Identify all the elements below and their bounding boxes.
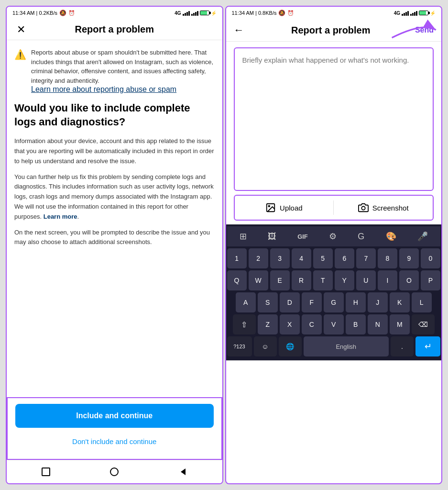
key-4[interactable]: 4 [292,248,311,268]
key-y[interactable]: Y [335,270,354,290]
nav-bar-right [226,360,442,384]
key-i[interactable]: I [378,270,397,290]
keyboard-apps-icon[interactable]: ⊞ [237,230,250,243]
keyboard-settings-icon[interactable]: ⚙ [326,230,339,243]
mute-icon-right: 🔕 [278,10,285,16]
screenshot-label: Screenshot [372,204,409,212]
keyboard-palette-icon[interactable]: 🎨 [383,230,399,243]
buttons-area: Include and continue Don't include and c… [7,397,222,460]
key-0[interactable]: 0 [421,248,440,268]
key-8[interactable]: 8 [378,248,397,268]
number-row: 1 2 3 4 5 6 7 8 9 0 [227,248,441,268]
status-bar-left: 11:34 AM | 0.2KB/s 🔕 ⏰ 4G ⚡ [7,7,222,19]
key-5[interactable]: 5 [313,248,333,268]
signal-icon-left [183,10,190,16]
svg-marker-9 [399,369,405,376]
asdf-row: A S D F G H J K L [227,292,441,312]
body-para-1: Information about your device, account a… [14,136,215,166]
key-f[interactable]: F [302,292,322,312]
key-shift[interactable]: ⇧ [233,314,256,334]
screenshot-button[interactable]: Screenshot [334,196,433,220]
back-button-right[interactable]: ← [234,24,247,36]
warning-link[interactable]: Learn more about reporting abuse or spam [31,85,176,93]
warning-icon: ⚠️ [14,49,26,94]
status-bar-right: 11:34 AM | 0.8KB/s 🔕 ⏰ 4G ⚡ [226,7,442,19]
key-e[interactable]: E [270,270,290,290]
key-q[interactable]: Q [227,270,247,290]
screenshot-icon [358,202,369,213]
key-n[interactable]: N [368,314,388,334]
dont-include-button[interactable]: Don't include and continue [15,432,214,451]
key-2[interactable]: 2 [249,248,268,268]
upload-button[interactable]: Upload [235,196,334,220]
key-g[interactable]: G [324,292,344,312]
warning-box: ⚠️ Reports about abuse or spam shouldn't… [14,48,215,94]
learn-more-link[interactable]: Learn more [44,213,77,220]
signal-icon2-left [191,10,198,16]
nav-back-button-left[interactable] [176,465,190,479]
key-symbols[interactable]: ?123 [227,336,252,356]
key-globe[interactable]: 🌐 [279,336,302,356]
key-r[interactable]: R [292,270,311,290]
nav-square-button-right[interactable] [258,366,272,379]
key-t[interactable]: T [313,270,333,290]
media-toolbar: Upload Screenshot [234,195,434,221]
nav-home-button-right[interactable] [327,366,340,379]
key-l[interactable]: L [412,292,432,312]
svg-point-6 [361,206,365,210]
keyboard-gif-btn[interactable]: GIF [295,232,311,241]
key-space[interactable]: English [304,336,389,356]
bottom-row: ?123 ☺ 🌐 English . ↵ [227,336,441,356]
key-c[interactable]: C [302,314,322,334]
report-textarea[interactable] [239,52,429,186]
key-a[interactable]: A [236,292,256,312]
key-m[interactable]: M [390,314,410,334]
key-period[interactable]: . [391,336,414,356]
key-v[interactable]: V [324,314,344,334]
body-para-3: On the next screen, you will be prompted… [14,228,215,248]
key-x[interactable]: X [280,314,300,334]
nav-home-button-left[interactable] [108,465,121,479]
key-3[interactable]: 3 [270,248,290,268]
svg-point-1 [110,468,118,476]
key-o[interactable]: O [399,270,419,290]
right-phone-frame: 11:34 AM | 0.8KB/s 🔕 ⏰ 4G ⚡ [225,6,443,484]
svg-point-5 [269,205,270,207]
warning-text: Reports about abuse or spam shouldn't be… [31,49,213,84]
key-u[interactable]: U [356,270,376,290]
network-label-left: 4G [175,11,181,16]
key-d[interactable]: D [280,292,300,312]
key-h[interactable]: H [346,292,366,312]
report-textarea-wrapper [234,47,434,191]
battery-icon-left [200,11,209,15]
key-return[interactable]: ↵ [415,336,440,356]
keyboard-emoji-icon[interactable]: 🖼 [265,231,279,243]
nav-square-button-left[interactable] [39,465,53,479]
key-backspace[interactable]: ⌫ [412,314,435,334]
key-7[interactable]: 7 [356,248,376,268]
key-b[interactable]: B [346,314,366,334]
key-emoji[interactable]: ☺ [254,336,277,356]
key-6[interactable]: 6 [335,248,354,268]
keyboard-mic-icon[interactable]: 🎤 [415,230,431,243]
keyboard-translate-icon[interactable]: G [355,231,367,243]
status-time-left: 11:34 AM | 0.2KB/s 🔕 ⏰ [12,10,75,16]
network-label-right: 4G [394,11,400,16]
include-continue-button[interactable]: Include and continue [15,404,214,428]
time-display-right: 11:34 AM | 0.8KB/s [232,10,277,16]
close-button[interactable]: ✕ [14,24,28,35]
key-j[interactable]: J [368,292,388,312]
key-9[interactable]: 9 [399,248,419,268]
key-w[interactable]: W [249,270,268,290]
keyboard: ⊞ 🖼 GIF ⚙ G 🎨 🎤 1 2 3 4 5 6 7 8 9 0 Q W … [226,224,442,360]
send-button[interactable]: Send [415,26,434,34]
svg-rect-0 [42,468,50,476]
left-content: ⚠️ Reports about abuse or spam shouldn't… [7,40,222,397]
key-z[interactable]: Z [258,314,278,334]
alarm-icon-right: ⏰ [287,10,294,16]
key-1[interactable]: 1 [227,248,247,268]
key-k[interactable]: K [390,292,410,312]
key-p[interactable]: P [421,270,440,290]
key-s[interactable]: S [258,292,278,312]
nav-back-button-right[interactable] [395,366,409,379]
